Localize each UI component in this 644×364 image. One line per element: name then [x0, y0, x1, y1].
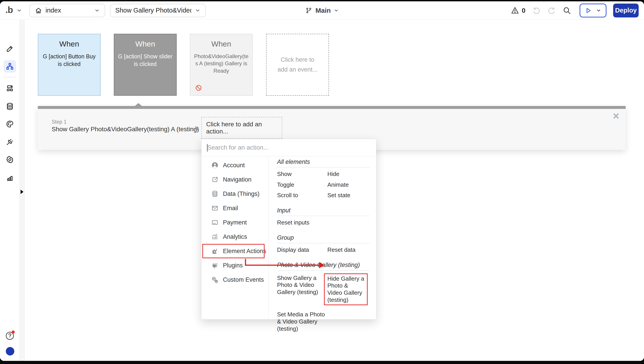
plug-icon — [6, 138, 14, 146]
event-subtitle: G [action] Button Buy is clicked — [41, 53, 98, 68]
workflow-event-selector-value: Show Gallery Photo&Video... — [116, 7, 192, 14]
section-header: Photo & Video Gallery (testing) — [277, 261, 370, 270]
app-window: .b index Show Gallery Photo&Video... Mai… — [0, 1, 644, 361]
section-header: Input — [277, 206, 370, 216]
panel-gutter — [20, 20, 24, 361]
action-reset-data[interactable]: Reset data — [327, 244, 370, 255]
category-element-actions[interactable]: Element Actions — [202, 244, 268, 258]
issues-count: 0 — [522, 7, 526, 14]
category-label: Email — [223, 205, 238, 212]
add-action-placeholder: Click here to add an action... — [206, 121, 282, 135]
category-label: Analytics — [223, 234, 247, 240]
sidebar-item-design[interactable] — [4, 42, 16, 55]
page-selector-value: index — [46, 7, 91, 14]
undo-icon — [532, 6, 541, 15]
category-email[interactable]: Email — [202, 201, 268, 215]
branch-name: Main — [316, 7, 331, 14]
category-custom-events[interactable]: Custom Events — [202, 272, 268, 287]
category-label: Data (Things) — [223, 190, 260, 198]
help-button[interactable] — [4, 330, 16, 342]
event-title: When — [193, 40, 250, 48]
branch-selector[interactable]: Main — [305, 7, 339, 14]
action-search-input[interactable] — [202, 139, 376, 156]
email-icon — [211, 204, 218, 212]
action-set-state[interactable]: Set state — [327, 190, 370, 201]
search-button[interactable] — [562, 6, 571, 15]
action-set-media[interactable]: Set Media a Photo & Video Gallery (testi… — [277, 309, 327, 334]
chevron-down-icon — [94, 8, 100, 13]
section-header: All elements — [277, 158, 370, 168]
action-list: All elements Show Hide Toggle Animate Sc… — [268, 156, 376, 319]
action-picker-dropdown: Account Navigation Data (Things) Em — [201, 139, 376, 320]
user-avatar[interactable] — [6, 347, 14, 356]
action-display-data[interactable]: Display data — [277, 244, 327, 255]
category-label: Account — [223, 162, 245, 169]
expand-panel-handle[interactable] — [20, 190, 24, 194]
element-actions-icon — [211, 248, 218, 255]
sidebar-item-settings[interactable] — [4, 154, 16, 166]
action-hide-gallery[interactable]: Hide Gallery a Photo & Video Gallery (te… — [327, 273, 370, 307]
pencil-icon — [6, 45, 14, 53]
redo-button[interactable] — [548, 6, 556, 15]
event-card[interactable]: When G [action] Button Buy is clicked — [38, 34, 100, 96]
category-payment[interactable]: Payment — [202, 215, 268, 230]
action-scroll-to[interactable]: Scroll to — [277, 190, 327, 201]
sidebar-item-logs[interactable] — [4, 172, 16, 184]
event-title: When — [117, 40, 174, 48]
action-hide[interactable]: Hide — [327, 169, 370, 180]
highlighted-action: Hide Gallery a Photo & Video Gallery (te… — [324, 274, 368, 306]
notification-dot — [12, 330, 15, 334]
arrow-right-icon — [191, 125, 200, 133]
category-navigation[interactable]: Navigation — [202, 172, 268, 187]
action-show[interactable]: Show — [277, 169, 327, 180]
chevron-down-icon — [596, 8, 601, 13]
workflow-canvas: When G [action] Button Buy is clicked Wh… — [24, 20, 644, 361]
sidebar-item-data[interactable] — [4, 100, 16, 113]
search-icon — [562, 6, 571, 15]
close-icon — [612, 112, 620, 120]
workflow-event-selector[interactable]: Show Gallery Photo&Video... — [110, 4, 206, 17]
action-toggle[interactable]: Toggle — [277, 180, 327, 190]
category-plugins[interactable]: Plugins — [202, 258, 268, 272]
sidebar-item-workflow[interactable] — [4, 60, 16, 73]
add-event-placeholder: Click here to add an event... — [269, 55, 326, 74]
gear-icon — [6, 156, 14, 164]
add-action-slot[interactable]: Click here to add an action... — [201, 117, 282, 139]
category-label: Payment — [223, 219, 247, 226]
gears-icon — [211, 276, 218, 283]
action-animate[interactable]: Animate — [327, 180, 370, 190]
sidebar-item-components[interactable] — [4, 82, 16, 94]
event-subtitle: Photo&VideoGallery(tes A (testing) Galle… — [193, 53, 250, 74]
bubble-logo-menu[interactable]: .b — [5, 5, 22, 16]
category-account[interactable]: Account — [202, 158, 268, 172]
preview-button[interactable] — [580, 4, 606, 18]
action-reset-inputs[interactable]: Reset inputs — [277, 217, 327, 228]
panel-pointer — [134, 103, 142, 106]
undo-button[interactable] — [532, 6, 541, 15]
event-title: When — [41, 40, 98, 48]
category-label: Element Actions — [223, 248, 266, 255]
add-event-card[interactable]: Click here to add an event... — [266, 34, 329, 96]
category-label: Plugins — [223, 262, 243, 269]
category-analytics[interactable]: Analytics — [202, 230, 268, 244]
components-icon — [6, 84, 14, 92]
analytics-icon — [211, 233, 218, 240]
page-selector[interactable]: index — [30, 4, 105, 17]
sidebar-item-plugins[interactable] — [4, 136, 16, 148]
palette-icon — [6, 120, 14, 128]
left-sidebar — [0, 20, 20, 361]
plug-icon — [211, 262, 218, 269]
close-panel-button[interactable] — [612, 112, 620, 120]
action-show-gallery[interactable]: Show Gallery a Photo & Video Gallery (te… — [277, 273, 327, 307]
event-card-selected[interactable]: When G [action] Show slider is clicked — [114, 34, 177, 96]
category-label: Custom Events — [223, 276, 264, 283]
sidebar-item-styles[interactable] — [4, 118, 16, 130]
event-card[interactable]: When Photo&VideoGallery(tes A (testing) … — [190, 34, 253, 96]
workflow-icon — [6, 62, 14, 70]
redo-icon — [548, 6, 556, 15]
issues-indicator[interactable]: 0 — [511, 6, 526, 14]
category-data-things[interactable]: Data (Things) — [202, 187, 268, 201]
action-search-row — [202, 139, 376, 156]
section-header: Group — [277, 234, 370, 243]
deploy-button[interactable]: Deploy — [613, 4, 639, 18]
